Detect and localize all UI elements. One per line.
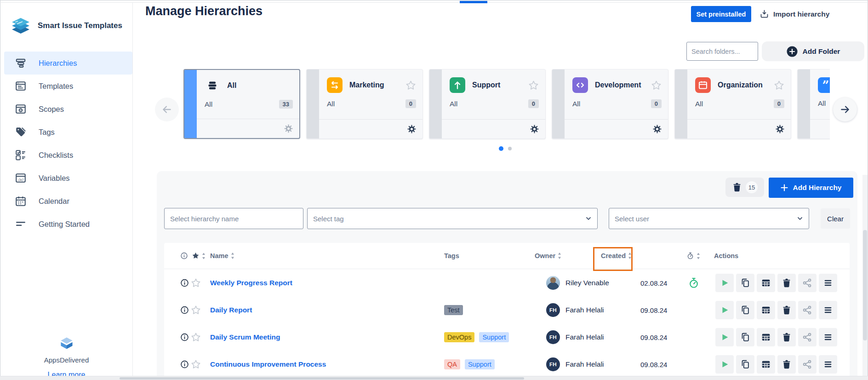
folder-card-organization[interactable]: Organization All 0: [674, 69, 791, 139]
sort-icon: [231, 253, 235, 259]
trash-button[interactable]: [777, 355, 796, 374]
app-window: Smart Issue Templates Hierarchies Templa…: [0, 0, 868, 380]
horizontal-scrollbar[interactable]: [0, 376, 868, 380]
star-icon[interactable]: [651, 80, 662, 91]
star-icon[interactable]: [191, 305, 201, 315]
add-hierarchy-button[interactable]: Add Hierarchy: [769, 178, 853, 198]
trash-bin-button[interactable]: 15: [725, 178, 764, 197]
star-icon[interactable]: [191, 332, 201, 342]
info-icon[interactable]: [180, 305, 189, 314]
gear-icon[interactable]: [284, 124, 293, 133]
sidebar-item-scopes[interactable]: Scopes: [0, 98, 132, 121]
info-icon[interactable]: [180, 360, 189, 368]
folder-card-marketing[interactable]: Marketing All 0: [306, 69, 423, 139]
hierarchy-name-link[interactable]: Daily Report: [210, 306, 252, 314]
play-button[interactable]: [715, 355, 734, 374]
play-button[interactable]: [715, 301, 734, 319]
copy-button[interactable]: [736, 355, 754, 374]
name-column-header[interactable]: Name: [210, 252, 235, 259]
hierarchy-name-link[interactable]: Weekly Progress Report: [210, 279, 292, 287]
folder-count-badge: 0: [528, 99, 539, 108]
sidebar-item-checklists[interactable]: Checklists: [0, 144, 132, 167]
tag-filter-select[interactable]: Select tag: [307, 208, 598, 229]
tag-list: QASupport: [444, 359, 495, 369]
favorite-column-header[interactable]: [192, 252, 206, 260]
hierarchy-name-link[interactable]: Daily Scrum Meeting: [210, 333, 280, 341]
trash-button[interactable]: [777, 328, 796, 346]
carousel-dot-2[interactable]: [508, 147, 512, 150]
star-icon[interactable]: [774, 80, 784, 91]
owner-column-header[interactable]: Owner: [535, 252, 562, 259]
gear-icon[interactable]: [652, 124, 662, 134]
trash-button[interactable]: [777, 274, 796, 292]
share-button[interactable]: [798, 328, 817, 346]
menu-button[interactable]: [819, 274, 837, 292]
folder-card[interactable]: ” All: [797, 69, 830, 139]
play-button[interactable]: [715, 274, 734, 292]
sidebar-item-variables[interactable]: (x) Variables: [0, 167, 132, 190]
folder-card-stripe: [552, 69, 565, 138]
chevron-down-icon: [585, 215, 592, 222]
vertical-scrollbar[interactable]: [862, 175, 868, 376]
sidebar-item-hierarchies[interactable]: Hierarchies: [4, 52, 132, 75]
sidebar-item-getting-started[interactable]: Getting Started: [0, 213, 132, 236]
created-column-header[interactable]: Created: [601, 252, 632, 259]
table-button[interactable]: [757, 301, 775, 319]
share-button[interactable]: [798, 274, 817, 292]
star-icon[interactable]: [191, 359, 201, 369]
sidebar-item-calendar[interactable]: Calendar: [0, 190, 132, 213]
tag-filter-placeholder: Select tag: [313, 215, 344, 223]
row-actions: [715, 301, 837, 319]
carousel-prev-button[interactable]: [155, 98, 179, 121]
clear-filters-button[interactable]: Clear: [821, 208, 850, 229]
trash-button[interactable]: [777, 301, 796, 319]
table-button[interactable]: [757, 328, 775, 346]
folder-card-support[interactable]: Support All 0: [429, 69, 546, 139]
import-hierarchy-button[interactable]: Import hierarchy: [760, 6, 829, 22]
hierarchy-name-filter-input[interactable]: [164, 208, 303, 229]
star-icon[interactable]: [191, 278, 201, 288]
user-filter-select[interactable]: Select user: [609, 208, 809, 229]
timer-column-header[interactable]: [686, 252, 701, 260]
share-button[interactable]: [798, 355, 817, 374]
gear-icon[interactable]: [407, 124, 417, 134]
folder-card-stripe: [798, 69, 810, 138]
set-preinstalled-button[interactable]: Set preinstalled: [691, 6, 751, 22]
created-date: 09.08.24: [640, 333, 667, 341]
hierarchy-name-link[interactable]: Continuous Improvement Process: [210, 360, 326, 368]
import-icon: [760, 9, 769, 19]
table-row: Continuous Improvement Process QASupport…: [164, 351, 850, 378]
info-icon[interactable]: [180, 333, 189, 341]
table-button[interactable]: [757, 274, 775, 292]
copy-button[interactable]: [736, 274, 754, 292]
horizontal-scrollbar-thumb[interactable]: [120, 377, 524, 380]
star-icon[interactable]: [528, 80, 539, 91]
folder-card-stripe: [429, 69, 442, 138]
table-button[interactable]: [757, 355, 775, 374]
folder-card-development[interactable]: Development All 0: [552, 69, 668, 139]
menu-button[interactable]: [819, 328, 837, 346]
carousel-dot-1[interactable]: [499, 146, 503, 151]
menu-button[interactable]: [819, 301, 837, 319]
star-icon[interactable]: [405, 80, 416, 91]
menu-button[interactable]: [819, 355, 837, 374]
search-folders-input[interactable]: [686, 42, 758, 61]
add-folder-button[interactable]: Add Folder: [762, 41, 864, 61]
sidebar-item-templates[interactable]: Templates: [0, 75, 132, 98]
play-button[interactable]: [715, 328, 734, 346]
tag-badge: Test: [444, 305, 463, 315]
svg-text:”: ”: [822, 80, 829, 91]
folder-card-footer: [442, 119, 545, 138]
folder-name: All: [227, 81, 236, 90]
sidebar-item-tags[interactable]: Tags: [0, 121, 132, 144]
carousel-next-button[interactable]: [833, 98, 857, 121]
vertical-scrollbar-thumb[interactable]: [863, 230, 867, 340]
info-icon[interactable]: [180, 278, 189, 287]
learn-more-link[interactable]: Learn more: [0, 371, 132, 376]
gear-icon[interactable]: [530, 124, 539, 134]
gear-icon[interactable]: [775, 124, 785, 134]
folder-card-all[interactable]: All All 33: [183, 69, 300, 139]
copy-button[interactable]: [736, 301, 754, 319]
copy-button[interactable]: [736, 328, 754, 346]
share-button[interactable]: [798, 301, 817, 319]
